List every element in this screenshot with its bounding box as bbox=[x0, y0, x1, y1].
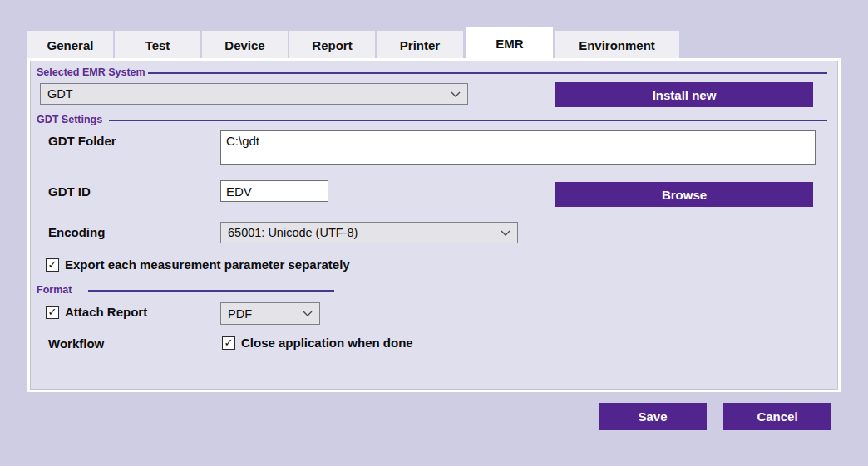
group-title-gdt-settings: GDT Settings bbox=[37, 114, 102, 125]
export-separately-row: ✓ Export each measurement parameter sepa… bbox=[46, 258, 350, 272]
group-line-selected-emr-system bbox=[148, 72, 827, 74]
browse-button[interactable]: Browse bbox=[555, 182, 813, 207]
cancel-button[interactable]: Cancel bbox=[723, 403, 831, 430]
report-format-select[interactable]: PDF bbox=[220, 302, 320, 325]
close-application-row: ✓ Close application when done bbox=[222, 336, 413, 350]
tab-general[interactable]: General bbox=[27, 31, 113, 59]
gdt-folder-input[interactable]: C:\gdt bbox=[220, 130, 816, 165]
attach-report-row: ✓ Attach Report bbox=[46, 305, 147, 319]
report-format-selected-value: PDF bbox=[228, 307, 303, 321]
chevron-down-icon bbox=[501, 230, 510, 236]
attach-report-checkbox[interactable]: ✓ bbox=[46, 306, 59, 319]
group-title-format: Format bbox=[37, 284, 72, 296]
tab-printer[interactable]: Printer bbox=[377, 31, 463, 59]
tab-environment[interactable]: Environment bbox=[555, 31, 679, 59]
emr-system-selected-value: GDT bbox=[47, 87, 451, 101]
group-line-gdt-settings bbox=[109, 120, 827, 121]
chevron-down-icon bbox=[451, 91, 461, 97]
export-separately-label: Export each measurement parameter separa… bbox=[65, 258, 350, 272]
attach-report-label: Attach Report bbox=[65, 305, 147, 319]
tab-emr[interactable]: EMR bbox=[466, 27, 553, 60]
chevron-down-icon bbox=[303, 311, 313, 316]
group-line-format bbox=[88, 290, 334, 292]
close-application-label: Close application when done bbox=[241, 336, 413, 350]
gdt-folder-label: GDT Folder bbox=[48, 134, 116, 148]
group-title-selected-emr-system: Selected EMR System bbox=[37, 66, 145, 78]
save-button[interactable]: Save bbox=[599, 403, 707, 430]
close-application-checkbox[interactable]: ✓ bbox=[222, 336, 235, 350]
encoding-label: Encoding bbox=[48, 225, 105, 239]
tab-test[interactable]: Test bbox=[115, 31, 200, 59]
emr-system-select[interactable]: GDT bbox=[40, 83, 468, 105]
export-separately-checkbox[interactable]: ✓ bbox=[46, 258, 59, 272]
gdt-id-label: GDT ID bbox=[48, 184, 91, 199]
encoding-selected-value: 65001: Unicode (UTF-8) bbox=[228, 226, 501, 239]
gdt-id-input[interactable] bbox=[220, 180, 328, 202]
encoding-select[interactable]: 65001: Unicode (UTF-8) bbox=[220, 222, 518, 243]
workflow-label: Workflow bbox=[48, 336, 104, 351]
tab-report[interactable]: Report bbox=[289, 31, 375, 59]
tab-device[interactable]: Device bbox=[202, 31, 288, 59]
install-new-button[interactable]: Install new bbox=[555, 82, 813, 107]
